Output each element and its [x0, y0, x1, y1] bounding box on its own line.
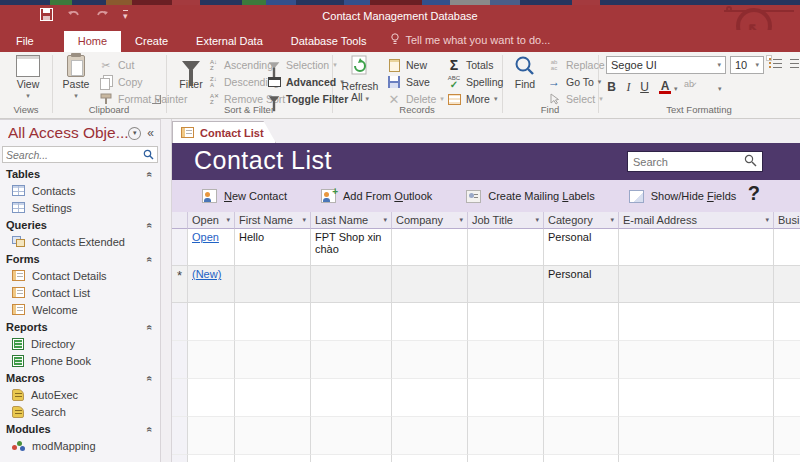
paste-button[interactable]: Paste▾ [58, 55, 94, 100]
cell-last-name[interactable]: FPT Shop xin chào [311, 229, 392, 266]
cell-first-name[interactable] [235, 266, 311, 303]
tab-external-data[interactable]: External Data [182, 31, 277, 52]
cell-category[interactable]: Personal [544, 229, 619, 266]
column-header-job-title[interactable]: Job Title▾ [468, 212, 544, 229]
form-title: Contact List [194, 146, 332, 175]
cell-job-title[interactable] [468, 266, 544, 303]
create-mailing-labels-button[interactable]: Create Mailing Labels [466, 190, 594, 203]
cut-button[interactable]: ✂Cut [98, 57, 134, 73]
nav-item-contacts[interactable]: Contacts [0, 182, 160, 199]
nav-item-settings[interactable]: Settings [0, 199, 160, 216]
totals-button[interactable]: ΣTotals [446, 57, 493, 73]
spelling-button[interactable]: ABC✓Spelling [446, 74, 503, 90]
nav-item-modmapping[interactable]: modMapping [0, 437, 160, 454]
cell-last-name[interactable] [311, 266, 392, 303]
add-from-outlook-button[interactable]: + Add From Outlook [321, 189, 432, 203]
find-button[interactable]: Find [508, 55, 542, 90]
advanced-button[interactable]: Advanced▾ [266, 74, 344, 90]
column-dropdown-icon[interactable]: ▾ [459, 216, 463, 224]
row-selector[interactable] [172, 229, 188, 266]
nav-search-icon[interactable] [143, 146, 154, 164]
nav-search-input[interactable] [6, 149, 143, 161]
save-record-button[interactable]: Save [386, 74, 430, 90]
tab-create[interactable]: Create [121, 31, 182, 52]
nav-item-autoexec[interactable]: AutoExec [0, 386, 160, 403]
cell-job-title[interactable] [468, 229, 544, 266]
clipboard-dialog-launcher[interactable] [152, 95, 161, 104]
selection-button[interactable]: Selection▾ [266, 57, 337, 73]
nav-item-directory[interactable]: Directory [0, 335, 160, 352]
tab-home[interactable]: Home [64, 31, 121, 52]
new-record-selector[interactable]: * [172, 266, 188, 303]
cell-company[interactable] [392, 266, 468, 303]
open-record-link[interactable]: Open [192, 231, 219, 243]
nav-section-macros[interactable]: Macros« [0, 369, 160, 386]
copy-button[interactable]: Copy [98, 74, 143, 90]
italic-button[interactable]: I [621, 80, 636, 95]
tab-file[interactable]: File [0, 31, 50, 52]
column-header-category[interactable]: Category▾ [544, 212, 619, 229]
select-all-cell[interactable] [172, 212, 188, 229]
nav-search-box[interactable] [2, 146, 158, 163]
show-hide-fields-button[interactable]: Show/Hide Fields [629, 190, 737, 203]
cell-category[interactable]: Personal [544, 266, 619, 303]
replace-button[interactable]: abacReplace [546, 57, 605, 73]
new-record-link[interactable]: (New) [192, 268, 221, 280]
pane-splitter[interactable] [160, 119, 172, 462]
column-dropdown-icon[interactable]: ▾ [535, 216, 539, 224]
cell-email[interactable] [619, 266, 774, 303]
column-dropdown-icon[interactable]: ▾ [610, 216, 614, 224]
underline-button[interactable]: U [637, 80, 652, 94]
cell-business[interactable] [774, 266, 800, 303]
document-tab-contact-list[interactable]: Contact List [172, 121, 276, 143]
column-header-email[interactable]: E-mail Address▾ [619, 212, 774, 229]
nav-item-search[interactable]: Search [0, 403, 160, 420]
nav-item-contacts-extended[interactable]: Contacts Extended [0, 233, 160, 250]
tab-database-tools[interactable]: Database Tools [277, 31, 381, 52]
cell-email[interactable] [619, 229, 774, 266]
font-color-dropdown[interactable]: ▾ [674, 85, 678, 93]
fill-color-dropdown[interactable]: ▾ [718, 85, 722, 93]
column-dropdown-icon[interactable]: ▾ [226, 216, 230, 224]
column-dropdown-icon[interactable]: ▾ [302, 216, 306, 224]
nav-item-contact-list[interactable]: Contact List [0, 284, 160, 301]
column-header-business[interactable]: Busi [774, 212, 800, 229]
nav-section-modules[interactable]: Modules« [0, 420, 160, 437]
font-name-combo[interactable]: Segoe UI▾ [606, 56, 726, 74]
form-search-input[interactable] [633, 156, 744, 168]
nav-item-contact-details[interactable]: Contact Details [0, 267, 160, 284]
refresh-all-button[interactable]: RefreshAll ▾ [340, 55, 380, 104]
nav-section-forms[interactable]: Forms« [0, 250, 160, 267]
filter-button[interactable]: Filter [174, 55, 208, 90]
column-dropdown-icon[interactable]: ▾ [765, 216, 769, 224]
new-contact-button[interactable]: New Contact [202, 189, 287, 203]
ascending-button[interactable]: A↓ZAscending [210, 57, 273, 73]
highlight-button[interactable]: ab̷ [684, 79, 694, 89]
column-header-last-name[interactable]: Last Name▾ [311, 212, 392, 229]
help-button[interactable]: ? [748, 182, 760, 205]
nav-section-reports[interactable]: Reports« [0, 318, 160, 335]
form-search-icon[interactable] [744, 153, 757, 171]
new-record-button[interactable]: New [386, 57, 427, 73]
column-header-open[interactable]: Open▾ [188, 212, 235, 229]
nav-section-queries[interactable]: Queries« [0, 216, 160, 233]
goto-button[interactable]: →Go To▾ [546, 74, 601, 90]
nav-menu-dropdown-icon[interactable]: ▾ [128, 127, 141, 140]
font-size-combo[interactable]: 10▾ [730, 56, 764, 74]
view-button[interactable]: View▾ [10, 55, 46, 100]
tell-me-box[interactable]: Tell me what you want to do... [380, 29, 560, 52]
bullets-button[interactable] [766, 55, 772, 61]
form-search-box[interactable] [627, 151, 763, 172]
nav-item-phone-book[interactable]: Phone Book [0, 352, 160, 369]
nav-section-tables[interactable]: Tables« [0, 165, 160, 182]
bold-button[interactable]: B [604, 80, 619, 94]
column-dropdown-icon[interactable]: ▾ [383, 216, 387, 224]
cell-first-name[interactable]: Hello [235, 229, 311, 266]
shutter-close-icon[interactable]: « [147, 126, 154, 140]
cell-company[interactable] [392, 229, 468, 266]
cell-business[interactable] [774, 229, 800, 266]
font-color-button[interactable]: A [658, 79, 672, 93]
column-header-first-name[interactable]: First Name▾ [235, 212, 311, 229]
nav-item-welcome[interactable]: Welcome [0, 301, 160, 318]
column-header-company[interactable]: Company▾ [392, 212, 468, 229]
